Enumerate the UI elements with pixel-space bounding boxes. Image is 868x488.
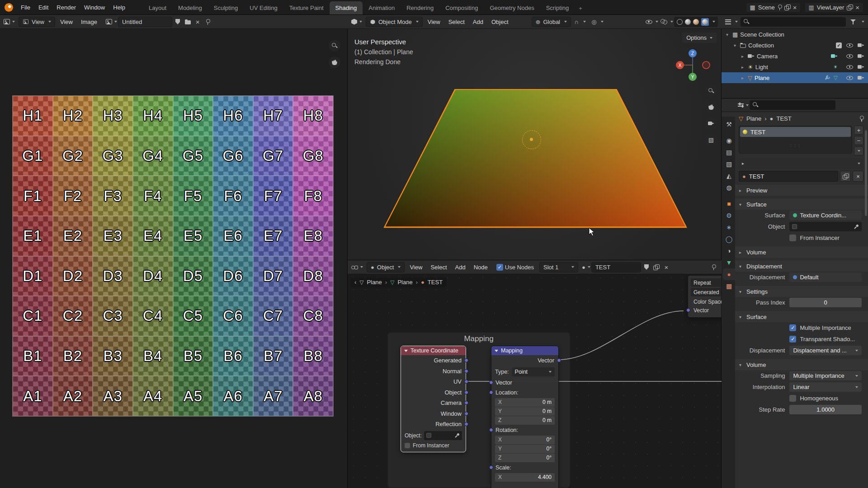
panel-header-surface-5[interactable]: ▾Surface: [735, 311, 868, 322]
material-browse-icon[interactable]: ●: [582, 264, 585, 270]
input-socket-rotation[interactable]: [489, 428, 493, 432]
imagetex-dropdown-repeat[interactable]: Repeat: [691, 278, 721, 287]
node-header[interactable]: Mapping: [491, 346, 558, 355]
workspace-tab-uv-editing[interactable]: UV Editing: [244, 1, 283, 15]
image-texture-node-partial[interactable]: RepeatGeneratedColor SpaceVector: [688, 275, 722, 318]
x-axis-negative-ball[interactable]: [703, 61, 710, 69]
viewport-menu-object[interactable]: Object: [487, 17, 513, 27]
panel-header-volume-2[interactable]: ▸Volume: [735, 247, 868, 258]
disclosure-triangle-icon[interactable]: ▸: [740, 75, 745, 80]
dropdown-sampling[interactable]: Multiple Importance: [789, 371, 862, 380]
properties-tab-world[interactable]: ◍: [723, 182, 735, 193]
output-socket-normal[interactable]: [464, 369, 468, 373]
material-name-field[interactable]: TEST: [591, 262, 641, 272]
topbar-menu-help[interactable]: Help: [109, 2, 129, 13]
mapping-location-y-field[interactable]: Y0 m: [495, 407, 555, 416]
vector-input-socket[interactable]: [489, 380, 493, 385]
snap-toggle[interactable]: ∩: [572, 17, 581, 27]
vector-output-socket[interactable]: [557, 358, 561, 362]
viewport-canvas[interactable]: User Perspective (1) Collection | Plane …: [348, 29, 722, 260]
properties-tab-texture[interactable]: ▩: [723, 280, 735, 292]
add-workspace-button[interactable]: +: [575, 2, 586, 15]
view-layer-selector[interactable]: ▥ ViewLayer ×: [804, 2, 863, 13]
breadcrumb-collapse-icon[interactable]: ‹: [354, 279, 356, 285]
scrollbar[interactable]: [865, 130, 867, 216]
material-slot-list[interactable]: TEST : : :: [739, 126, 852, 154]
uv-menu-view[interactable]: View: [56, 17, 77, 27]
pin-button[interactable]: [709, 262, 718, 272]
mapping-rotation-z-field[interactable]: Z0°: [495, 454, 555, 462]
unlink-icon[interactable]: ×: [793, 4, 797, 11]
collapse-icon[interactable]: [495, 350, 498, 352]
imagetex-dropdown-generated[interactable]: Generated: [691, 288, 721, 296]
viewport-menu-view[interactable]: View: [424, 17, 444, 27]
texture-coordinate-node[interactable]: Texture Coordinate GeneratedNormalUVObje…: [401, 346, 466, 452]
type-dropdown[interactable]: Point: [512, 367, 555, 376]
node-header[interactable]: Texture Coordinate: [401, 346, 466, 355]
slot-specials-button[interactable]: [854, 146, 863, 155]
pan-gizmo[interactable]: [704, 100, 718, 114]
topbar-menu-file[interactable]: File: [17, 2, 34, 13]
open-image-button[interactable]: [183, 17, 192, 27]
remove-slot-button[interactable]: −: [854, 136, 863, 145]
slot-dropdown[interactable]: Slot 1: [539, 262, 578, 272]
properties-tab-modifiers[interactable]: ⚙: [723, 210, 735, 221]
mapping-rotation-y-field[interactable]: Y0°: [495, 445, 555, 453]
properties-tab-particles[interactable]: ∗: [723, 221, 735, 233]
workspace-tab-layout[interactable]: Layout: [143, 1, 172, 15]
rendered-shading-active[interactable]: [701, 18, 709, 26]
field-step-rate[interactable]: 1.0000: [789, 405, 862, 414]
shader-type-dropdown[interactable]: ● Object: [367, 262, 405, 272]
topbar-menu-window[interactable]: Window: [80, 2, 109, 13]
pin-icon[interactable]: [778, 5, 782, 10]
workspace-tab-texture-paint[interactable]: Texture Paint: [283, 1, 330, 15]
disable-render-camera-icon[interactable]: [858, 43, 864, 47]
outliner-row-collection[interactable]: ▾Collection✓: [722, 40, 868, 51]
properties-tab-physics[interactable]: ◯: [723, 233, 735, 245]
disclosure-triangle-icon[interactable]: ▾: [732, 43, 738, 48]
properties-tab-material[interactable]: ●: [723, 268, 735, 280]
outliner-row-light[interactable]: ▸☀Light☀: [722, 61, 868, 72]
hide-viewport-eye-icon[interactable]: [846, 43, 853, 48]
breadcrumb-item-plane-1[interactable]: Plane: [397, 279, 412, 286]
breadcrumb-material[interactable]: TEST: [776, 115, 791, 122]
input-socket-location[interactable]: [489, 390, 493, 394]
disclosure-triangle-icon[interactable]: ▸: [740, 54, 745, 59]
hide-viewport-eye-icon[interactable]: [846, 65, 853, 70]
unlink-icon[interactable]: ×: [855, 4, 859, 11]
hide-viewport-eye-icon[interactable]: [846, 75, 853, 80]
eyedropper-icon[interactable]: [454, 433, 460, 438]
vector-input-socket[interactable]: [686, 308, 690, 312]
panel-header-settings-4[interactable]: ▾Settings: [735, 286, 868, 297]
workspace-tab-modeling[interactable]: Modeling: [172, 1, 208, 15]
pin-button[interactable]: [203, 17, 212, 27]
checkbox-transparent-shado[interactable]: ✓: [789, 336, 796, 343]
browse-material-dropdown[interactable]: ▸: [739, 159, 863, 169]
checkbox-from-instancer[interactable]: [405, 443, 410, 448]
unlink-material-button[interactable]: ×: [662, 262, 671, 272]
list-grip[interactable]: : : :: [740, 143, 851, 148]
zoom-gizmo[interactable]: [704, 84, 718, 98]
uv-menu-image[interactable]: Image: [77, 17, 101, 27]
mapping-location-x-field[interactable]: X0 m: [495, 398, 555, 407]
viewport-menu-select[interactable]: Select: [444, 17, 469, 27]
blender-logo-icon[interactable]: [5, 3, 13, 12]
proportional-editing-toggle[interactable]: ◎: [590, 17, 599, 27]
light-gizmo[interactable]: [522, 130, 541, 149]
properties-tab-object-data[interactable]: ▼: [723, 257, 735, 268]
workspace-tab-shading[interactable]: Shading: [330, 1, 363, 15]
checkbox-multiple-importance[interactable]: ✓: [789, 324, 796, 331]
fake-user-button[interactable]: [173, 17, 182, 27]
button-surface[interactable]: Texture Coordin...: [789, 211, 862, 220]
workspace-tab-rendering[interactable]: Rendering: [401, 1, 439, 15]
hide-viewport-eye-icon[interactable]: [846, 54, 853, 59]
checkbox-homogeneous[interactable]: [789, 395, 796, 402]
camera-view-gizmo[interactable]: [704, 117, 718, 130]
mapping-scale-x-field[interactable]: X4.400: [495, 473, 555, 482]
solid-shading-icon[interactable]: [685, 19, 691, 25]
properties-tab-object[interactable]: ■: [723, 198, 735, 210]
disclosure-triangle-icon[interactable]: ▸: [740, 65, 745, 70]
perspective-toggle-gizmo[interactable]: ▧: [704, 133, 718, 146]
button-displacement[interactable]: Default: [789, 272, 862, 282]
object-field[interactable]: [789, 222, 862, 231]
